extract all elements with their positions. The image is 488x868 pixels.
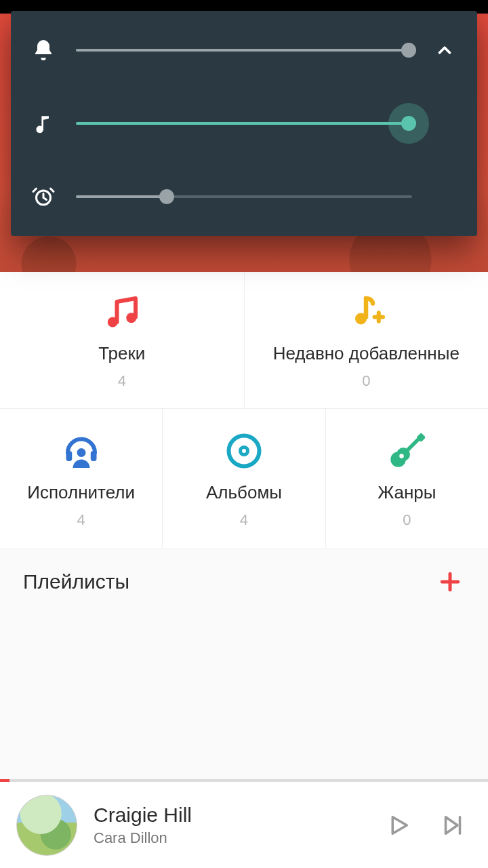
category-count: 4: [240, 511, 248, 529]
media-volume-slider[interactable]: [76, 110, 412, 137]
volume-row-ringer: [30, 30, 458, 71]
disc-icon: [222, 429, 266, 473]
svg-point-8: [242, 449, 246, 453]
category-row-2: Исполнители 4 Альбомы 4: [0, 409, 488, 549]
bell-icon: [30, 37, 57, 64]
mini-player[interactable]: Craigie Hill Cara Dillon: [0, 782, 488, 868]
play-button[interactable]: [380, 806, 418, 844]
svg-point-11: [391, 452, 407, 467]
svg-point-2: [355, 313, 367, 325]
category-count: 0: [403, 511, 411, 529]
volume-row-alarm: [30, 176, 458, 217]
collapse-panel-button[interactable]: [431, 37, 458, 64]
music-note-icon: [100, 290, 144, 334]
track-artist: Cara Dillon: [94, 829, 363, 847]
svg-point-0: [108, 317, 118, 328]
alarm-volume-slider[interactable]: [76, 183, 412, 210]
category-count: 4: [77, 511, 85, 529]
headphones-person-icon: [60, 429, 103, 473]
alarm-clock-icon: [30, 183, 57, 210]
volume-row-media: [30, 103, 458, 144]
track-meta: Craigie Hill Cara Dillon: [94, 804, 363, 847]
svg-point-5: [77, 448, 85, 457]
playlists-empty-area: [0, 614, 488, 779]
category-label: Исполнители: [27, 482, 135, 503]
category-genres[interactable]: Жанры 0: [326, 409, 488, 549]
category-tracks[interactable]: Треки 4: [0, 272, 245, 409]
add-playlist-button[interactable]: [435, 567, 465, 597]
volume-panel: [11, 11, 477, 236]
category-label: Жанры: [378, 482, 436, 503]
playlists-header: Плейлисты: [0, 549, 488, 614]
category-albums[interactable]: Альбомы 4: [163, 409, 325, 549]
category-label: Треки: [98, 343, 145, 364]
playback-progress[interactable]: [0, 779, 488, 782]
track-title: Craigie Hill: [94, 804, 363, 827]
note-plus-icon: [344, 290, 388, 334]
svg-rect-3: [66, 451, 72, 461]
guitar-icon: [385, 429, 428, 473]
playlists-title: Плейлисты: [23, 570, 129, 593]
svg-point-12: [400, 454, 405, 458]
album-art: [16, 795, 77, 856]
category-artists[interactable]: Исполнители 4: [0, 409, 163, 549]
next-button[interactable]: [434, 806, 472, 844]
category-row-1: Треки 4 Недавно добавленные 0: [0, 272, 488, 409]
music-note-icon: [30, 110, 57, 137]
svg-rect-4: [90, 451, 96, 461]
category-recent[interactable]: Недавно добавленные 0: [245, 272, 489, 409]
category-label: Альбомы: [206, 482, 282, 503]
category-count: 0: [362, 372, 370, 390]
category-count: 4: [118, 372, 126, 390]
svg-point-1: [126, 313, 136, 323]
category-label: Недавно добавленные: [273, 343, 460, 364]
playback-progress-fill: [0, 779, 9, 782]
ringer-volume-slider[interactable]: [76, 37, 412, 64]
